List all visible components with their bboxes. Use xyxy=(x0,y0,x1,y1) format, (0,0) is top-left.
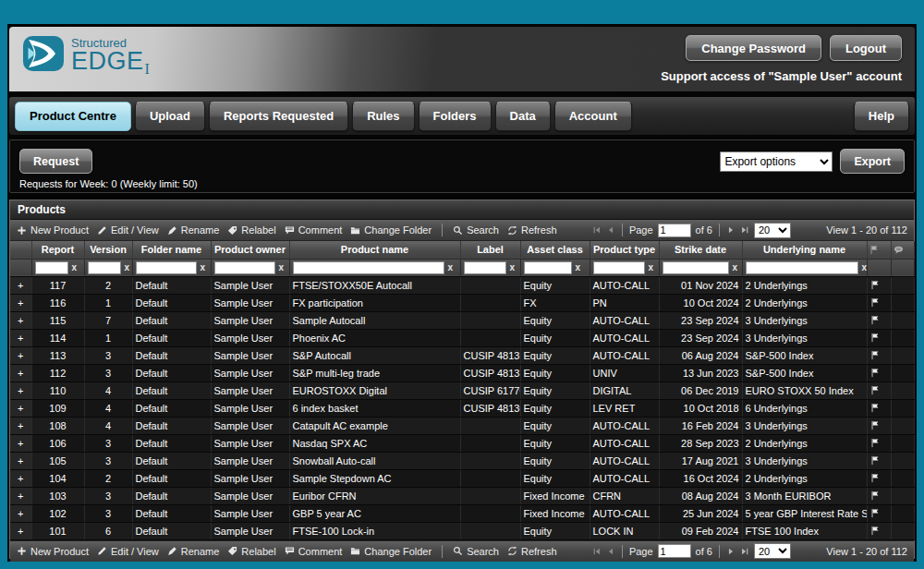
tab-help[interactable]: Help xyxy=(854,102,909,131)
column-header-asset[interactable]: Asset class xyxy=(520,241,590,259)
page-number-input[interactable] xyxy=(658,544,691,558)
filter-strike-clear-icon[interactable]: x xyxy=(733,263,738,272)
toolbar-relabel-button[interactable]: Relabel xyxy=(227,224,275,236)
filter-asset-clear-icon[interactable]: x xyxy=(576,263,581,272)
filter-owner-clear-icon[interactable]: x xyxy=(279,263,285,272)
toolbar-comment-button[interactable]: Comment xyxy=(285,546,343,557)
filter-underlying-clear-icon[interactable]: x xyxy=(862,263,868,272)
tab-upload[interactable]: Upload xyxy=(135,102,205,131)
filter-underlying-input[interactable] xyxy=(746,261,858,274)
flag-icon[interactable] xyxy=(867,346,891,364)
change-password-button[interactable]: Change Password xyxy=(686,35,821,61)
row-expand-button[interactable]: + xyxy=(10,469,31,487)
flag-icon[interactable] xyxy=(867,381,891,399)
page-size-select[interactable]: 20 xyxy=(754,223,791,238)
next-page-icon[interactable] xyxy=(726,225,736,235)
tab-rules[interactable]: Rules xyxy=(352,102,414,131)
filter-owner-input[interactable] xyxy=(214,261,275,274)
flag-icon[interactable] xyxy=(867,276,891,294)
column-header-name[interactable]: Product name xyxy=(289,241,460,259)
filter-asset-input[interactable] xyxy=(524,261,572,274)
toolbar-change-folder-button[interactable]: Change Folder xyxy=(350,224,432,236)
filter-label-clear-icon[interactable]: x xyxy=(510,263,516,272)
column-header-type[interactable]: Product type xyxy=(590,241,659,259)
tab-account[interactable]: Account xyxy=(554,102,632,131)
row-expand-button[interactable]: + xyxy=(10,434,31,452)
flag-icon[interactable] xyxy=(867,329,891,346)
filter-report-input[interactable] xyxy=(35,261,68,274)
filter-folder-input[interactable] xyxy=(136,261,197,274)
column-header-owner[interactable]: Product owner xyxy=(211,241,289,259)
filter-report-clear-icon[interactable]: x xyxy=(72,263,78,272)
last-page-icon[interactable] xyxy=(740,547,749,556)
column-header-folder[interactable]: Folder name xyxy=(132,241,211,259)
toolbar-rename-button[interactable]: Rename xyxy=(167,224,220,236)
toolbar-refresh-button[interactable]: Refresh xyxy=(507,546,557,557)
flag-icon[interactable] xyxy=(867,469,891,487)
flag-icon[interactable] xyxy=(867,522,891,539)
column-header-label[interactable]: Label xyxy=(460,241,520,259)
export-button[interactable]: Export xyxy=(840,149,905,174)
prev-page-icon[interactable] xyxy=(606,225,615,235)
flag-icon[interactable] xyxy=(867,294,891,311)
row-expand-button[interactable]: + xyxy=(10,276,31,294)
flag-icon[interactable] xyxy=(867,487,891,504)
toolbar-edit-view-button[interactable]: Edit / View xyxy=(97,224,159,236)
filter-name-input[interactable] xyxy=(293,261,444,274)
toolbar-new-product-button[interactable]: New Product xyxy=(17,224,89,236)
export-options-select[interactable]: Export options xyxy=(720,151,833,172)
next-page-icon[interactable] xyxy=(726,547,736,556)
page-number-input[interactable] xyxy=(658,224,691,237)
request-button[interactable]: Request xyxy=(19,149,92,174)
filter-name-clear-icon[interactable]: x xyxy=(448,263,454,272)
flag-icon[interactable] xyxy=(867,417,891,434)
toolbar-change-folder-button[interactable]: Change Folder xyxy=(350,546,432,557)
last-page-icon[interactable] xyxy=(740,225,749,235)
filter-type-input[interactable] xyxy=(593,261,645,274)
column-header-underlying[interactable]: Underlying name xyxy=(742,241,867,259)
tab-folders[interactable]: Folders xyxy=(419,102,492,131)
toolbar-comment-button[interactable]: Comment xyxy=(285,224,343,236)
column-header-flag[interactable] xyxy=(867,241,891,259)
column-header-report[interactable]: Report xyxy=(31,241,84,259)
toolbar-edit-view-button[interactable]: Edit / View xyxy=(97,546,159,557)
filter-version-clear-icon[interactable]: x xyxy=(125,263,130,272)
filter-folder-clear-icon[interactable]: x xyxy=(201,263,206,272)
first-page-icon[interactable] xyxy=(592,547,602,556)
toolbar-new-product-button[interactable]: New Product xyxy=(17,546,89,557)
toolbar-refresh-button[interactable]: Refresh xyxy=(507,224,557,236)
filter-label-input[interactable] xyxy=(464,261,506,274)
tab-data[interactable]: Data xyxy=(495,102,551,131)
filter-version-input[interactable] xyxy=(88,261,121,274)
row-expand-button[interactable]: + xyxy=(10,294,31,311)
row-expand-button[interactable]: + xyxy=(10,487,31,504)
row-expand-button[interactable]: + xyxy=(10,399,31,417)
flag-icon[interactable] xyxy=(867,504,891,522)
toolbar-search-button[interactable]: Search xyxy=(453,546,499,557)
toolbar-rename-button[interactable]: Rename xyxy=(167,546,220,557)
column-header-version[interactable]: Version xyxy=(84,241,132,259)
logout-button[interactable]: Logout xyxy=(830,35,902,61)
filter-type-clear-icon[interactable]: x xyxy=(649,263,654,272)
prev-page-icon[interactable] xyxy=(606,547,615,556)
flag-icon[interactable] xyxy=(867,399,891,417)
column-header-strike[interactable]: Strike date xyxy=(659,241,742,259)
flag-icon[interactable] xyxy=(867,364,891,381)
tab-product-centre[interactable]: Product Centre xyxy=(15,102,131,131)
filter-strike-input[interactable] xyxy=(663,261,729,274)
first-page-icon[interactable] xyxy=(592,225,602,235)
toolbar-search-button[interactable]: Search xyxy=(453,224,499,236)
row-expand-button[interactable]: + xyxy=(10,364,31,381)
row-expand-button[interactable]: + xyxy=(10,417,31,434)
toolbar-relabel-button[interactable]: Relabel xyxy=(227,546,275,557)
row-expand-button[interactable]: + xyxy=(10,504,31,522)
row-expand-button[interactable]: + xyxy=(10,329,31,346)
page-size-select[interactable]: 20 xyxy=(754,543,791,559)
row-expand-button[interactable]: + xyxy=(10,452,31,469)
tab-reports-requested[interactable]: Reports Requested xyxy=(209,102,348,131)
flag-icon[interactable] xyxy=(867,434,891,452)
row-expand-button[interactable]: + xyxy=(10,311,31,329)
row-expand-button[interactable]: + xyxy=(10,381,31,399)
column-header-comment[interactable] xyxy=(891,241,914,259)
flag-icon[interactable] xyxy=(867,311,891,329)
